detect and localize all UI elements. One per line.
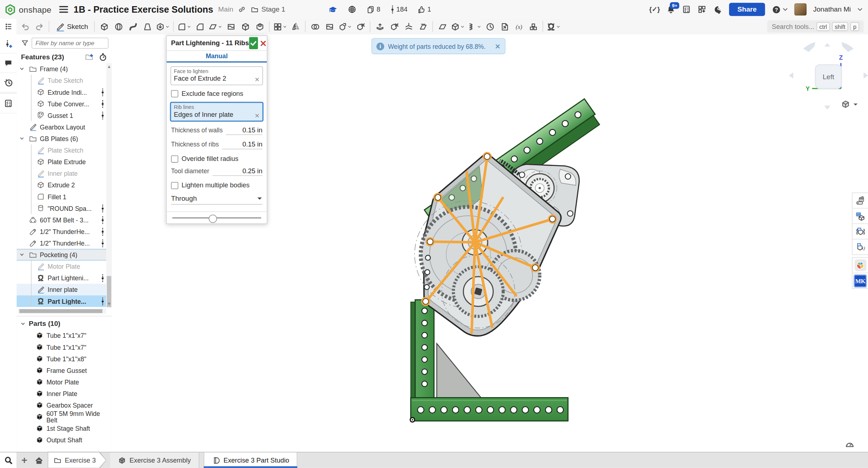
- parts-collapse-caret-icon[interactable]: [20, 320, 26, 327]
- appearance-panel-icon[interactable]: [852, 192, 868, 208]
- share-button[interactable]: Share: [729, 3, 765, 16]
- tab-part-studio[interactable]: Exercise 3 Part Studio: [203, 452, 298, 468]
- version-marker-icon[interactable]: [101, 239, 105, 247]
- regenerate-time-icon[interactable]: [98, 52, 107, 61]
- feature-item-gearbox-layout[interactable]: Gearbox Layout: [17, 121, 106, 133]
- feature-script-icon[interactable]: {✓}: [649, 5, 660, 13]
- sketch-button[interactable]: Sketch: [51, 20, 92, 33]
- version-marker-icon[interactable]: [101, 111, 105, 120]
- versions-count[interactable]: 184: [390, 5, 407, 14]
- notification-close-icon[interactable]: ✕: [495, 42, 500, 50]
- part-item-output-shaft[interactable]: Output Shaft: [17, 434, 112, 446]
- part-item-60t-5m-9mm-wide-belt[interactable]: 60T 5M 9mm Wide Belt: [17, 411, 112, 422]
- feature-item-extrude-indi[interactable]: Extrude Indi...: [17, 86, 106, 98]
- copies-count[interactable]: 8: [367, 5, 380, 14]
- dialog-cancel-button[interactable]: [260, 37, 267, 49]
- clear-selection-icon[interactable]: ✕: [254, 77, 260, 82]
- tool-part-lightening-icon[interactable]: [545, 20, 562, 33]
- redo-button[interactable]: [32, 20, 47, 33]
- tool-hole-icon[interactable]: [253, 20, 267, 33]
- tool-transform-icon[interactable]: [337, 20, 353, 33]
- clear-selection-icon[interactable]: ✕: [254, 113, 260, 118]
- tool-thicken-icon[interactable]: [155, 20, 171, 33]
- tool-rib-icon[interactable]: [224, 20, 238, 33]
- expand-caret-icon[interactable]: [19, 252, 25, 258]
- rib-lines-field[interactable]: Rib lines Edges of Inner plate ✕: [170, 102, 264, 122]
- feature-item-part-lighte[interactable]: Part Lighte...: [17, 295, 106, 307]
- tool-offset-surface-icon[interactable]: [416, 20, 430, 33]
- version-marker-icon[interactable]: [101, 216, 105, 224]
- part-item-1st-stage-shaft[interactable]: 1st Stage Shaft: [17, 422, 112, 434]
- user-name[interactable]: Jonathan Mi: [813, 5, 851, 13]
- dialog-opacity-slider[interactable]: [167, 211, 267, 224]
- feature-item-1-2-thunderhe[interactable]: 1/2" ThunderHe...: [17, 237, 106, 249]
- feature-item-gb-plates-6[interactable]: GB Plates (6): [17, 133, 106, 144]
- public-icon[interactable]: [348, 5, 357, 14]
- tool-delete-part-icon[interactable]: [353, 20, 368, 33]
- history-icon[interactable]: [0, 73, 17, 93]
- thickness-of-ribs-input[interactable]: 0.15 in: [222, 140, 262, 149]
- tasks-icon[interactable]: [682, 5, 691, 14]
- tool-chamfer-icon[interactable]: [193, 20, 207, 33]
- user-menu-caret-icon[interactable]: [858, 8, 863, 11]
- search-tabs-icon[interactable]: [0, 452, 17, 468]
- checkbox[interactable]: [171, 90, 178, 97]
- part-item-inner-plate[interactable]: Inner Plate: [17, 388, 112, 399]
- tool-draft-icon[interactable]: [207, 20, 224, 33]
- checkbox[interactable]: [171, 182, 178, 189]
- lighten-multiple-bodies-checkbox[interactable]: Lighten multiple bodies: [171, 182, 262, 189]
- view-options-button[interactable]: [841, 99, 858, 109]
- tool-variable-icon[interactable]: [511, 20, 526, 33]
- tool-enclose-icon[interactable]: [450, 20, 466, 33]
- exclude-face-regions-checkbox[interactable]: Exclude face regions: [171, 90, 262, 97]
- filter-input[interactable]: [31, 38, 109, 49]
- add-folder-icon[interactable]: [85, 52, 94, 61]
- slider-thumb[interactable]: [209, 214, 217, 223]
- end-condition-dropdown[interactable]: Through: [171, 195, 262, 205]
- feature-item-inner-plate[interactable]: Inner plate: [17, 167, 106, 179]
- tool-derived-icon[interactable]: [526, 20, 540, 33]
- add-tab-button[interactable]: +: [17, 452, 31, 468]
- version-marker-icon[interactable]: [101, 88, 105, 96]
- performance-gauge-icon[interactable]: [844, 439, 855, 449]
- feature-item-tube-conver[interactable]: Tube Conver...: [17, 98, 106, 110]
- configured-properties-icon[interactable]: [852, 239, 868, 255]
- feature-item-frame-4[interactable]: Frame (4): [17, 63, 106, 75]
- tool-replace-face-icon[interactable]: [401, 20, 416, 33]
- part-item-frame-gusset[interactable]: Frame Gusset: [17, 365, 112, 376]
- tool-fillet-icon[interactable]: [176, 20, 193, 33]
- feature-item-motor-plate[interactable]: Motor Plate: [17, 260, 106, 272]
- view-cube-face[interactable]: Left: [815, 64, 842, 89]
- tool-helix-icon[interactable]: [466, 20, 483, 33]
- configurations-icon[interactable]: [852, 224, 868, 239]
- tool-split-icon[interactable]: [322, 20, 337, 33]
- app-pie-icon[interactable]: [852, 257, 868, 273]
- feature-item-pocketing-4[interactable]: Pocketing (4): [17, 249, 106, 260]
- tool-projected-curve-icon[interactable]: [497, 20, 512, 33]
- tool-mirror-icon[interactable]: [288, 20, 303, 33]
- tool-sweep-icon[interactable]: [126, 20, 140, 33]
- breadcrumb-folder-tab[interactable]: Exercise 3: [48, 452, 106, 468]
- tool-boolean-icon[interactable]: [308, 20, 323, 33]
- thickness-of-walls-input[interactable]: 0.15 in: [226, 126, 262, 135]
- part-item-gearbox-spacer[interactable]: Gearbox Spacer: [17, 399, 112, 411]
- feature-item-plate-extrude[interactable]: Plate Extrude: [17, 156, 106, 167]
- part-item-tube-1-x1-x7[interactable]: Tube 1"x1"x7": [17, 341, 112, 353]
- comments-icon[interactable]: [0, 54, 17, 73]
- document-title[interactable]: 1B - Practice Exercise Solutions: [73, 4, 213, 14]
- version-marker-icon[interactable]: [101, 204, 105, 213]
- version-marker-icon[interactable]: [101, 99, 105, 108]
- version-marker-icon[interactable]: [101, 273, 105, 282]
- dialog-confirm-button[interactable]: [249, 37, 258, 49]
- tab-assembly[interactable]: Exercise 3 Assembly: [110, 452, 199, 468]
- tool-delete-face-icon[interactable]: [387, 20, 401, 33]
- version-marker-icon[interactable]: [101, 227, 105, 236]
- learning-icon[interactable]: [328, 5, 338, 14]
- create-version-icon[interactable]: [0, 34, 17, 54]
- help-icon[interactable]: [772, 5, 788, 14]
- tool-move-face-icon[interactable]: [373, 20, 387, 33]
- feature-item-plate-sketch[interactable]: Plate Sketch: [17, 144, 106, 156]
- feature-item-fillet-1[interactable]: Fillet 1: [17, 191, 106, 203]
- workspace-name[interactable]: Main: [218, 5, 233, 13]
- notifications-bell-icon[interactable]: 9+: [667, 5, 675, 14]
